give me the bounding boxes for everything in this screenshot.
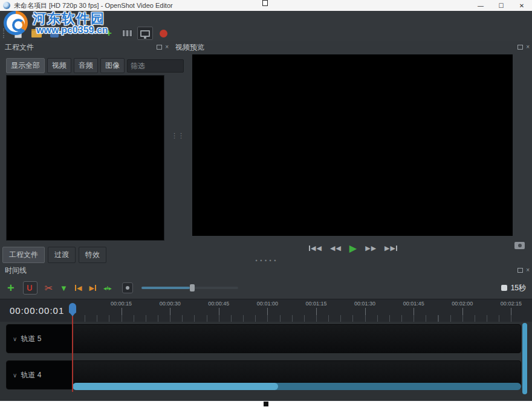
timeline-toolbar: + ⊃ ✂ ▼ ◀ ▶ ◂+▸ 15秒: [0, 278, 532, 298]
menu-bar: [0, 11, 532, 25]
timeline-ruler[interactable]: 00:00:00:01 00:00:15 00:00:30 00:00:45 0…: [0, 299, 532, 322]
timeline-title: 时间线: [5, 265, 27, 276]
add-track-button[interactable]: +: [7, 281, 15, 295]
track-4-label[interactable]: ∨ 轨道 4: [7, 361, 72, 389]
window-title: 未命名项目 [HD 720p 30 fps] - OpenShot Video …: [14, 1, 173, 10]
magnet-icon: ⊃: [25, 284, 36, 292]
ruler-time-label: 00:01:45: [403, 301, 424, 307]
fast-forward-icon: ▶: [365, 244, 370, 252]
next-marker-icon: ▶: [89, 284, 94, 292]
snapping-toggle-button[interactable]: ⊃: [23, 281, 37, 295]
close-timeline-icon[interactable]: ×: [526, 267, 530, 273]
track-row-5[interactable]: ∨ 轨道 5: [6, 324, 521, 353]
filter-show-all-button[interactable]: 显示全部: [6, 58, 45, 73]
panel-splitter-horizontal[interactable]: • • • • •: [0, 259, 532, 264]
undo-icon: ↶: [69, 28, 77, 39]
zoom-slider[interactable]: [141, 287, 238, 289]
ruler-time-label: 00:00:45: [208, 301, 229, 307]
rewind-button[interactable]: ◀◀: [330, 244, 341, 252]
ruler-time-label: 00:02:00: [452, 301, 473, 307]
undo-button[interactable]: ↶: [65, 27, 80, 40]
zoom-fit-button[interactable]: [122, 282, 133, 293]
timeline-horizontal-scrollbar[interactable]: [73, 383, 521, 390]
track-collapse-icon[interactable]: ∨: [13, 336, 17, 342]
zoom-slider-fill: [141, 287, 190, 289]
jump-to-start-button[interactable]: ◀◀: [309, 244, 322, 252]
jump-to-end-button[interactable]: ▶▶: [384, 244, 397, 252]
playhead-marker[interactable]: [69, 303, 76, 313]
ruler-time-label: 00:00:30: [160, 301, 181, 307]
save-icon: [50, 29, 59, 37]
profile-film-icon: [122, 30, 132, 37]
zoom-duration-label: 15秒: [511, 283, 526, 293]
redo-button[interactable]: ↷: [83, 27, 99, 40]
zoom-slider-handle[interactable]: [190, 284, 195, 291]
float-timeline-icon[interactable]: [517, 268, 523, 273]
save-project-button[interactable]: [47, 27, 62, 40]
close-button[interactable]: ✕: [511, 0, 532, 11]
project-files-list[interactable]: [6, 75, 164, 241]
new-project-button[interactable]: [10, 27, 26, 40]
snapshot-camera-icon[interactable]: [514, 242, 525, 249]
next-marker-button[interactable]: ▶: [89, 284, 96, 292]
filter-image-button[interactable]: 图像: [100, 58, 125, 73]
ruler-time-label: 00:02:15: [501, 301, 522, 307]
current-time-display: 00:00:00:01: [10, 305, 64, 316]
monitor-icon: [140, 30, 150, 37]
top-resize-handle[interactable]: [262, 0, 268, 6]
ruler-time-label: 00:00:15: [111, 301, 132, 307]
timeline-vertical-scrollbar[interactable]: [522, 323, 527, 394]
main-toolbar: ↶ ↷ +: [0, 25, 532, 41]
razor-tool-button[interactable]: ✂: [45, 282, 53, 294]
export-video-button[interactable]: [155, 27, 171, 40]
timeline-tracks-area: ∨ 轨道 5 ∨ 轨道 4: [0, 322, 532, 400]
open-folder-icon: [31, 31, 42, 37]
app-icon: [3, 2, 10, 9]
fast-forward-button[interactable]: ▶▶: [365, 244, 376, 252]
prev-marker-bar-icon: [75, 285, 76, 291]
ruler-time-label: 00:01:00: [257, 301, 278, 307]
playhead-line: [72, 316, 73, 392]
jump-start-icon: ◀: [311, 244, 316, 252]
jump-end-icon: ▶: [384, 244, 389, 252]
choose-profile-button[interactable]: [119, 27, 135, 40]
zoom-duration-icon[interactable]: [501, 285, 507, 291]
redo-icon: ↷: [87, 28, 95, 39]
title-bar: 未命名项目 [HD 720p 30 fps] - OpenShot Video …: [0, 0, 532, 11]
add-marker-button[interactable]: ▼: [60, 284, 68, 293]
rewind-icon: ◀: [330, 244, 335, 252]
float-preview-icon[interactable]: [517, 45, 523, 50]
export-record-icon: [160, 30, 167, 37]
toolbar-grip[interactable]: [3, 28, 5, 38]
fullscreen-button[interactable]: [137, 27, 153, 40]
track-collapse-icon[interactable]: ∨: [13, 372, 17, 379]
video-preview-panel: 视频预览 × ◀◀ ◀◀ ▶ ▶▶ ▶▶: [174, 41, 532, 264]
video-preview-screen: [192, 54, 513, 236]
marker-funnel-icon: ▼: [60, 284, 68, 293]
track-name: 轨道 5: [21, 334, 41, 344]
prev-marker-icon: ◀: [77, 284, 82, 292]
next-marker-bar-icon: [95, 285, 96, 291]
track-name: 轨道 4: [21, 370, 41, 380]
track-5-label[interactable]: ∨ 轨道 5: [7, 325, 72, 353]
play-button[interactable]: ▶: [349, 243, 357, 254]
float-panel-icon[interactable]: [157, 45, 162, 50]
import-files-button[interactable]: +: [101, 27, 117, 40]
play-icon: ▶: [349, 243, 357, 254]
filter-audio-button[interactable]: 音频: [74, 58, 98, 73]
project-files-panel: 工程文件 × 显示全部 视频 音频 图像 工程文件 过渡 特效: [0, 41, 171, 264]
close-preview-icon[interactable]: ×: [526, 44, 530, 50]
maximize-button[interactable]: ☐: [491, 0, 511, 11]
filter-video-button[interactable]: 视频: [47, 58, 71, 73]
project-files-title: 工程文件: [5, 42, 34, 53]
horizontal-scrollbar-thumb[interactable]: [73, 383, 278, 390]
close-panel-icon[interactable]: ×: [165, 44, 169, 50]
ruler-time-label: 00:01:30: [354, 301, 375, 307]
bottom-resize-handle[interactable]: [264, 402, 268, 406]
previous-marker-button[interactable]: ◀: [75, 284, 82, 292]
center-playhead-button[interactable]: ◂+▸: [103, 285, 111, 291]
new-file-icon: [15, 29, 22, 38]
splitter-dots-h-icon: • • • • •: [256, 258, 277, 264]
open-project-button[interactable]: [28, 27, 44, 40]
minimize-button[interactable]: —: [470, 0, 491, 11]
